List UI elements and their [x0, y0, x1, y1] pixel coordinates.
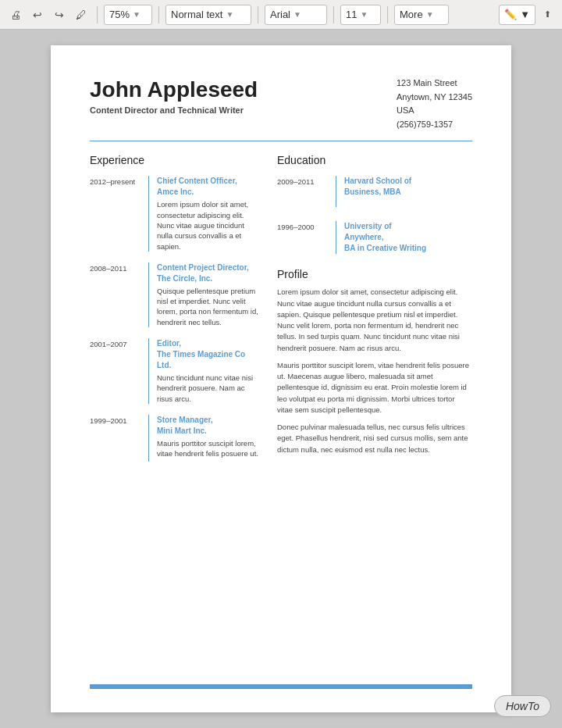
- profile-para-2: Mauris porttitor suscipit lorem, vitae h…: [277, 360, 472, 416]
- redo-icon[interactable]: ↪: [50, 5, 69, 24]
- exp-divider-3: [148, 338, 149, 404]
- more-arrow: ▼: [426, 10, 434, 19]
- zoom-value: 75%: [109, 9, 130, 20]
- document-area: John Appleseed Content Director and Tech…: [0, 30, 562, 728]
- exp-years-2: 2008–2011: [90, 262, 140, 327]
- font-arrow: ▼: [293, 10, 301, 19]
- pen-arrow: ▼: [520, 9, 530, 20]
- style-arrow: ▼: [226, 10, 233, 19]
- profile-para-1: Lorem ipsum dolor sit amet, consectetur …: [277, 287, 472, 354]
- resume-body: Experience 2012–present Chief Content Of…: [90, 154, 472, 473]
- size-arrow: ▼: [360, 10, 368, 19]
- font-value: Arial: [270, 9, 290, 20]
- bottom-bar: [90, 684, 472, 689]
- applicant-title: Content Director and Technical Writer: [90, 105, 258, 115]
- exp-item-2: 2008–2011 Content Project Director,The C…: [90, 262, 261, 327]
- exp-title-1: Chief Content Officer,Amce Inc.: [157, 176, 261, 198]
- exp-item-3: 2001–2007 Editor,The Times Magazine Co L…: [90, 338, 261, 404]
- exp-desc-3: Nunc tincidunt nunc vitae nisi hendrerit…: [157, 373, 261, 404]
- profile-para-3: Donec pulvinar malesuada tellus, nec cur…: [277, 422, 472, 455]
- exp-title-4: Store Manager,Mini Mart Inc.: [157, 415, 261, 437]
- contact-country: USA: [397, 104, 472, 118]
- style-dropdown[interactable]: Normal text ▼: [165, 5, 251, 25]
- exp-desc-4: Mauris porttitor suscipit lorem, vitae h…: [157, 438, 261, 459]
- profile-heading: Profile: [277, 268, 472, 280]
- right-column: Education 2009–2011 Harvard School ofBus…: [277, 154, 472, 473]
- edu-school-2: University ofAnywhere,BA in Creative Wri…: [344, 221, 426, 254]
- howto-text: HowTo: [506, 700, 539, 712]
- more-dropdown[interactable]: More ▼: [394, 5, 449, 25]
- zoom-arrow: ▼: [133, 10, 140, 19]
- exp-divider-4: [148, 415, 149, 462]
- header-divider: [90, 141, 472, 141]
- exp-item-4: 1999–2001 Store Manager,Mini Mart Inc. M…: [90, 415, 261, 462]
- separator-3: [258, 6, 258, 23]
- exp-divider-1: [148, 176, 149, 251]
- edu-item-1: 2009–2011 Harvard School ofBusiness, MBA: [277, 176, 472, 207]
- resume-header: John Appleseed Content Director and Tech…: [90, 77, 472, 131]
- print-icon[interactable]: 🖨: [6, 5, 25, 24]
- contact-phone: (256)759-1357: [397, 118, 472, 132]
- exp-content-4: Store Manager,Mini Mart Inc. Mauris port…: [157, 415, 261, 462]
- pen-icon: ✏️: [504, 9, 517, 20]
- format-icon[interactable]: 🖊: [72, 5, 91, 24]
- exp-divider-2: [148, 262, 149, 327]
- size-dropdown[interactable]: 11 ▼: [340, 5, 381, 25]
- size-value: 11: [346, 9, 357, 20]
- exp-desc-2: Quisque pellentesque pretium nisl et imp…: [157, 286, 261, 327]
- toolbar: 🖨 ↩ ↪ 🖊 75% ▼ Normal text ▼ Arial ▼ 11 ▼…: [0, 0, 562, 30]
- contact-street: 123 Main Street: [397, 77, 472, 91]
- education-section: Education 2009–2011 Harvard School ofBus…: [277, 154, 472, 254]
- profile-section: Profile Lorem ipsum dolor sit amet, cons…: [277, 268, 472, 455]
- font-dropdown[interactable]: Arial ▼: [265, 5, 327, 25]
- edu-divider-2: [336, 221, 336, 254]
- exp-years-4: 1999–2001: [90, 415, 140, 462]
- edu-divider-1: [336, 176, 336, 207]
- separator-2: [158, 6, 159, 23]
- style-value: Normal text: [171, 9, 222, 20]
- exp-content-1: Chief Content Officer,Amce Inc. Lorem ip…: [157, 176, 261, 251]
- separator-5: [387, 6, 388, 23]
- howto-badge: HowTo: [494, 695, 551, 717]
- exp-item-1: 2012–present Chief Content Officer,Amce …: [90, 176, 261, 251]
- experience-heading: Experience: [90, 154, 261, 166]
- separator-1: [97, 6, 98, 23]
- exp-years-3: 2001–2007: [90, 338, 140, 404]
- applicant-name: John Appleseed: [90, 77, 258, 103]
- exp-content-2: Content Project Director,The Circle, Inc…: [157, 262, 261, 327]
- contact-info: 123 Main Street Anytown, NY 12345 USA (2…: [397, 77, 472, 131]
- experience-section: Experience 2012–present Chief Content Of…: [90, 154, 261, 473]
- exp-content-3: Editor,The Times Magazine Co Ltd. Nunc t…: [157, 338, 261, 404]
- more-value: More: [400, 9, 423, 20]
- undo-icon[interactable]: ↩: [28, 5, 47, 24]
- edu-years-2: 1996–2000: [277, 221, 328, 254]
- exp-years-1: 2012–present: [90, 176, 140, 251]
- pen-button[interactable]: ✏️ ▼: [499, 5, 535, 25]
- zoom-dropdown[interactable]: 75% ▼: [104, 5, 152, 25]
- contact-city: Anytown, NY 12345: [397, 91, 472, 105]
- exp-desc-1: Lorem ipsum dolor sit amet, consectetur …: [157, 199, 261, 251]
- education-heading: Education: [277, 154, 472, 166]
- edu-item-2: 1996–2000 University ofAnywhere,BA in Cr…: [277, 221, 472, 254]
- exp-title-3: Editor,The Times Magazine Co Ltd.: [157, 338, 261, 371]
- edu-content-1: Harvard School ofBusiness, MBA: [344, 176, 411, 207]
- separator-4: [333, 6, 334, 23]
- exp-title-2: Content Project Director,The Circle, Inc…: [157, 262, 261, 284]
- page: John Appleseed Content Director and Tech…: [51, 45, 511, 712]
- edu-school-1: Harvard School ofBusiness, MBA: [344, 176, 411, 198]
- name-block: John Appleseed Content Director and Tech…: [90, 77, 258, 115]
- collapse-button[interactable]: ⬆: [539, 6, 556, 23]
- edu-content-2: University ofAnywhere,BA in Creative Wri…: [344, 221, 426, 254]
- edu-years-1: 2009–2011: [277, 176, 328, 207]
